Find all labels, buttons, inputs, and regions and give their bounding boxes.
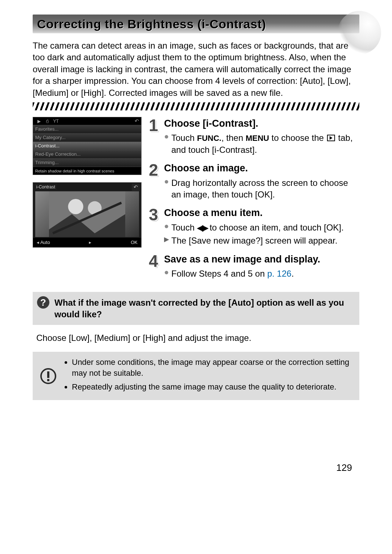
step-title: Choose a menu item. [164,206,359,219]
page-title-bar: Correcting the Brightness (i-Contrast) [33,15,359,33]
screenshot-menu-list: ▶ ⎙ YT ↶ Favorites...My Category...i-Con… [33,117,142,175]
screenshot-menu-row: My Category... [33,133,141,142]
step-body: Choose an image.●Drag horizontally acros… [164,162,359,202]
bullet-text: Touch FUNC., then MENU to choose the tab… [171,132,359,156]
step-title: Choose an image. [164,162,359,175]
step-number: 1 [149,117,162,134]
back-icon: ↶ [135,118,139,125]
screenshot-menu-row: i-Contrast... [33,142,141,150]
intro-paragraph: The camera can detect areas in an image,… [33,40,359,99]
screenshot-bottom-bar: ◂ Auto ▸ OK [33,238,141,247]
screenshot-photo [35,191,139,237]
func-button-label: FUNC. [197,134,221,143]
step-body: Choose [i-Contrast].●Touch FUNC., then M… [164,117,359,157]
main-section: ▶ ⎙ YT ↶ Favorites...My Category...i-Con… [33,117,359,285]
bullet-text: Touch ◀▶ to choose an item, and touch [O… [171,222,359,233]
step-body: Save as a new image and display.●Follow … [164,253,359,281]
screenshot-menu-row: Trimming... [33,158,141,167]
screenshot-mode-label: i-Contrast [34,184,57,190]
screenshot-footer-hint: Retain shadow detail in high contrast sc… [33,167,141,175]
separator-hatching [33,102,359,110]
page-number: 129 [336,461,352,474]
question-text: What if the image wasn't corrected by th… [54,298,344,319]
print-tab-icon: ⎙ [44,118,51,124]
triangle-bullet-icon: ▶ [164,235,171,247]
step-bullet: ●Follow Steps 4 and 5 on p. 126. [164,268,359,280]
screenshot-menu-row: Favorites... [33,125,141,133]
caution-icon [40,368,57,384]
step-bullet: ●Drag horizontally across the screen to … [164,177,359,201]
step: 4Save as a new image and display.●Follow… [149,253,359,281]
menu-button-label: MENU [246,134,269,143]
svg-rect-6 [47,371,49,378]
step-number: 2 [149,162,162,178]
question-mark-icon: ? [37,296,49,309]
screenshot-column: ▶ ⎙ YT ↶ Favorites...My Category...i-Con… [33,117,142,285]
page-title: Correcting the Brightness (i-Contrast) [37,16,266,33]
round-bullet-icon: ● [164,177,171,201]
answer-text: Choose [Low], [Medium] or [High] and adj… [36,332,356,344]
bullet-text: Follow Steps 4 and 5 on p. 126. [171,268,359,280]
screenshot-ok-label: OK [131,239,138,246]
warning-item: Under some conditions, the image may app… [72,357,353,378]
bullet-text: The [Save new image?] screen will appear… [171,235,359,247]
tools-tab-icon: YT [52,118,60,124]
step-number: 4 [149,253,162,269]
bullet-text: Drag horizontally across the screen to c… [171,177,359,201]
step: 2Choose an image.●Drag horizontally acro… [149,162,359,202]
step-title: Save as a new image and display. [164,253,359,266]
round-bullet-icon: ● [164,268,171,280]
screenshot-tab-icons: ▶ ⎙ YT [35,118,60,125]
step-body: Choose a menu item.●Touch ◀▶ to choose a… [164,206,359,248]
round-bullet-icon: ● [164,222,171,233]
screenshot-setting-value: ◂ Auto [37,239,50,246]
step-bullet: ▶The [Save new image?] screen will appea… [164,235,359,247]
step-title: Choose [i-Contrast]. [164,117,359,130]
svg-rect-7 [47,379,49,381]
screenshot-menu-row: Red-Eye Correction... [33,150,141,158]
left-arrow-icon: ◂ [37,240,39,245]
right-arrow-icon: ▸ [89,239,91,246]
step-bullet: ●Touch FUNC., then MENU to choose the ta… [164,132,359,156]
step-bullet: ●Touch ◀▶ to choose an item, and touch [… [164,222,359,233]
question-callout: ? What if the image wasn't corrected by … [33,292,359,325]
page-reference-link[interactable]: p. 126 [267,269,291,278]
step-number: 3 [149,206,162,223]
warning-item: Repeatedly adjusting the same image may … [72,382,353,392]
step: 3Choose a menu item.●Touch ◀▶ to choose … [149,206,359,248]
left-right-arrows-icon: ◀▶ [197,223,207,232]
screenshot-image-preview: i-Contrast ↶ ◂ Auto ▸ OK [33,182,142,248]
round-bullet-icon: ● [164,132,171,156]
steps-column: 1Choose [i-Contrast].●Touch FUNC., then … [149,117,359,285]
warning-callout: Under some conditions, the image may app… [33,352,359,400]
screenshot-tab-bar: ▶ ⎙ YT ↶ [33,117,141,125]
step: 1Choose [i-Contrast].●Touch FUNC., then … [149,117,359,157]
play-tab-icon: ▶ [35,118,42,124]
svg-point-2 [68,199,83,214]
playback-tab-icon [327,135,335,141]
screenshot-back-icon: ↶ [132,184,140,191]
